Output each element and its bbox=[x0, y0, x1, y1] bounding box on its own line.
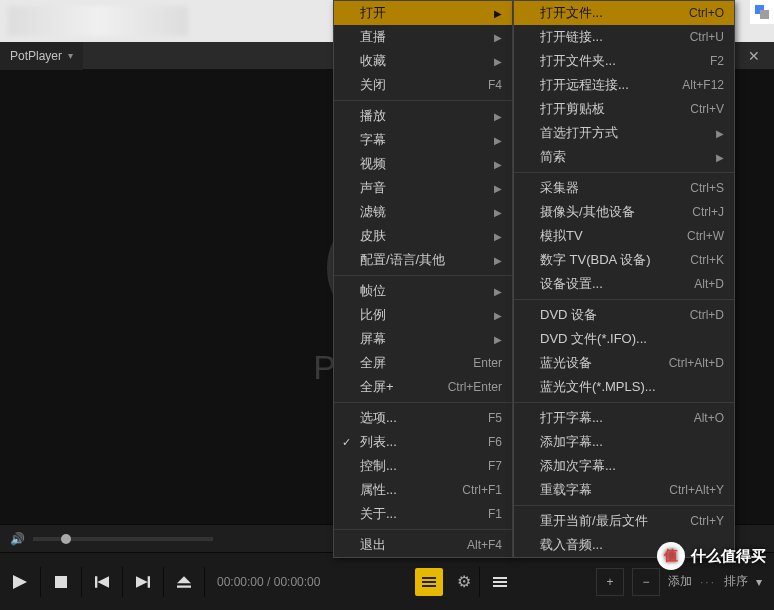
timecode: 00:00:00 / 00:00:00 bbox=[205, 575, 332, 589]
footer-add-label: 添加 bbox=[668, 573, 692, 590]
menu-shortcut: F4 bbox=[488, 78, 502, 92]
menu-item[interactable]: 设备设置...Alt+D bbox=[514, 272, 734, 296]
close-button[interactable]: ✕ bbox=[734, 48, 774, 64]
menu-item-label: 关闭 bbox=[360, 76, 386, 94]
menu-item[interactable]: DVD 文件(*.IFO)... bbox=[514, 327, 734, 351]
submenu-arrow-icon: ▶ bbox=[716, 128, 724, 139]
menu-item-label: 打开文件夹... bbox=[540, 52, 616, 70]
menu-item-label: 打开字幕... bbox=[540, 409, 603, 427]
chevron-down-icon[interactable]: ▾ bbox=[756, 575, 762, 589]
menu-item[interactable]: 收藏▶ bbox=[334, 49, 512, 73]
submenu-arrow-icon: ▶ bbox=[494, 159, 502, 170]
translate-icon[interactable] bbox=[750, 0, 774, 24]
menu-item[interactable]: ✓列表...F6 bbox=[334, 430, 512, 454]
menu-item[interactable]: 声音▶ bbox=[334, 176, 512, 200]
menu-item[interactable]: 打开文件...Ctrl+O bbox=[514, 1, 734, 25]
submenu-arrow-icon: ▶ bbox=[494, 231, 502, 242]
menu-item-label: 重载字幕 bbox=[540, 481, 592, 499]
footer-sort-label: 排序 bbox=[724, 573, 748, 590]
context-menu-main: 打开▶直播▶收藏▶关闭F4播放▶字幕▶视频▶声音▶滤镜▶皮肤▶配置/语言/其他▶… bbox=[333, 0, 513, 558]
menu-item-label: 属性... bbox=[360, 481, 397, 499]
remove-button[interactable]: − bbox=[632, 568, 660, 596]
menu-item-label: 帧位 bbox=[360, 282, 386, 300]
menu-item[interactable]: 全屏Enter bbox=[334, 351, 512, 375]
svg-rect-5 bbox=[422, 585, 436, 587]
menu-item[interactable]: 打开链接...Ctrl+U bbox=[514, 25, 734, 49]
menu-item-label: 选项... bbox=[360, 409, 397, 427]
speaker-icon[interactable]: 🔊 bbox=[10, 532, 25, 546]
menu-item[interactable]: 打开剪贴板Ctrl+V bbox=[514, 97, 734, 121]
menu-item-label: 采集器 bbox=[540, 179, 579, 197]
menu-item[interactable]: 皮肤▶ bbox=[334, 224, 512, 248]
submenu-arrow-icon: ▶ bbox=[494, 334, 502, 345]
menu-item[interactable]: 模拟TVCtrl+W bbox=[514, 224, 734, 248]
menu-item[interactable]: 蓝光设备Ctrl+Alt+D bbox=[514, 351, 734, 375]
menu-item[interactable]: 选项...F5 bbox=[334, 406, 512, 430]
volume-slider[interactable] bbox=[33, 537, 213, 541]
menu-item[interactable]: 直播▶ bbox=[334, 25, 512, 49]
menu-item[interactable]: 比例▶ bbox=[334, 303, 512, 327]
menu-shortcut: Ctrl+Y bbox=[690, 514, 724, 528]
menu-item[interactable]: 首选打开方式▶ bbox=[514, 121, 734, 145]
menu-item[interactable]: 字幕▶ bbox=[334, 128, 512, 152]
menu-shortcut: Ctrl+V bbox=[690, 102, 724, 116]
app-title-tab[interactable]: PotPlayer ▾ bbox=[0, 42, 83, 70]
menu-item[interactable]: 重载字幕Ctrl+Alt+Y bbox=[514, 478, 734, 502]
menu-shortcut: Ctrl+K bbox=[690, 253, 724, 267]
menu-item-label: 打开文件... bbox=[540, 4, 603, 22]
menu-separator bbox=[514, 172, 734, 173]
menu-item-label: 比例 bbox=[360, 306, 386, 324]
menu-item[interactable]: 打开文件夹...F2 bbox=[514, 49, 734, 73]
menu-item[interactable]: 退出Alt+F4 bbox=[334, 533, 512, 557]
prev-button[interactable] bbox=[82, 562, 122, 602]
menu-item[interactable]: 打开远程连接...Alt+F12 bbox=[514, 73, 734, 97]
svg-rect-4 bbox=[422, 581, 436, 583]
menu-button[interactable] bbox=[480, 562, 520, 602]
menu-item[interactable]: 控制...F7 bbox=[334, 454, 512, 478]
menu-item[interactable]: 添加次字幕... bbox=[514, 454, 734, 478]
menu-item[interactable]: DVD 设备Ctrl+D bbox=[514, 303, 734, 327]
play-button[interactable] bbox=[0, 562, 40, 602]
menu-item-label: 首选打开方式 bbox=[540, 124, 618, 142]
menu-item[interactable]: 蓝光文件(*.MPLS)... bbox=[514, 375, 734, 399]
svg-rect-3 bbox=[422, 577, 436, 579]
menu-shortcut: Alt+D bbox=[694, 277, 724, 291]
menu-item[interactable]: 配置/语言/其他▶ bbox=[334, 248, 512, 272]
menu-item[interactable]: 关于...F1 bbox=[334, 502, 512, 526]
menu-item-label: 视频 bbox=[360, 155, 386, 173]
submenu-arrow-icon: ▶ bbox=[494, 183, 502, 194]
eject-button[interactable] bbox=[164, 562, 204, 602]
menu-item[interactable]: 简索▶ bbox=[514, 145, 734, 169]
menu-item[interactable]: 全屏+Ctrl+Enter bbox=[334, 375, 512, 399]
menu-item[interactable]: 属性...Ctrl+F1 bbox=[334, 478, 512, 502]
menu-separator bbox=[514, 402, 734, 403]
menu-item-label: 载入音频... bbox=[540, 536, 603, 554]
menu-item[interactable]: 打开字幕...Alt+O bbox=[514, 406, 734, 430]
menu-item[interactable]: 视频▶ bbox=[334, 152, 512, 176]
playlist-button[interactable] bbox=[415, 568, 443, 596]
menu-item[interactable]: 关闭F4 bbox=[334, 73, 512, 97]
menu-item[interactable]: 帧位▶ bbox=[334, 279, 512, 303]
menu-item[interactable]: 摄像头/其他设备Ctrl+J bbox=[514, 200, 734, 224]
menu-item[interactable]: 打开▶ bbox=[334, 1, 512, 25]
menu-item[interactable]: 屏幕▶ bbox=[334, 327, 512, 351]
menu-item[interactable]: 播放▶ bbox=[334, 104, 512, 128]
menu-item[interactable]: 滤镜▶ bbox=[334, 200, 512, 224]
stop-button[interactable] bbox=[41, 562, 81, 602]
add-button[interactable]: + bbox=[596, 568, 624, 596]
submenu-arrow-icon: ▶ bbox=[494, 111, 502, 122]
settings-button[interactable]: ⚙ bbox=[449, 572, 479, 591]
menu-shortcut: Alt+F4 bbox=[467, 538, 502, 552]
menu-item[interactable]: 数字 TV(BDA 设备)Ctrl+K bbox=[514, 248, 734, 272]
watermark: 值 什么值得买 bbox=[657, 542, 766, 570]
menu-item-label: 控制... bbox=[360, 457, 397, 475]
menu-item-label: 蓝光设备 bbox=[540, 354, 592, 372]
menu-shortcut: Ctrl+S bbox=[690, 181, 724, 195]
menu-separator bbox=[514, 505, 734, 506]
next-button[interactable] bbox=[123, 562, 163, 602]
submenu-arrow-icon: ▶ bbox=[494, 135, 502, 146]
menu-item[interactable]: 添加字幕... bbox=[514, 430, 734, 454]
menu-item[interactable]: 采集器Ctrl+S bbox=[514, 176, 734, 200]
menu-item-label: 全屏 bbox=[360, 354, 386, 372]
menu-item[interactable]: 重开当前/最后文件Ctrl+Y bbox=[514, 509, 734, 533]
